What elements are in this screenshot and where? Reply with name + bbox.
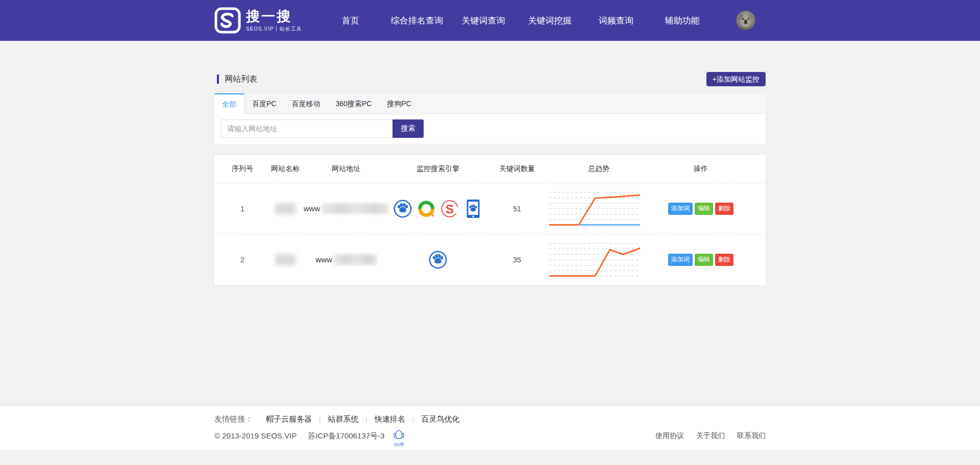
row-keyword-count: 51 (484, 205, 550, 213)
site-address-input[interactable] (220, 119, 393, 138)
row-keyword-count: 35 (484, 256, 550, 264)
terms-link[interactable]: 使用协议 (655, 431, 684, 440)
trend-mini-chart (549, 192, 640, 226)
logo-title: 搜一搜 (246, 9, 302, 24)
delete-button[interactable]: 删除 (715, 203, 733, 215)
col-header-actions: 操作 (647, 164, 766, 174)
nav-item-rank-query[interactable]: 综合排名查询 (384, 15, 450, 27)
row-site-address: www (300, 254, 392, 265)
site-table: 序列号 网站名称 网站地址 监控搜索引擎 关键词数量 总趋势 操作 1 www (214, 155, 766, 285)
friend-links-label: 友情链接： (214, 414, 253, 424)
filter-card: 全部 百度PC 百度移动 360搜索PC 搜狗PC 搜索 (214, 93, 766, 144)
add-word-button[interactable]: 添加词 (668, 254, 693, 266)
row-trend-chart (550, 192, 647, 226)
edit-button[interactable]: 编辑 (695, 254, 713, 266)
add-word-button[interactable]: 添加词 (668, 203, 693, 215)
main-nav: 首页 综合排名查询 关键词查询 关键词挖掘 词频查询 辅助功能 (317, 15, 716, 27)
friend-link-kuaisu[interactable]: 快速排名 (375, 414, 405, 424)
row-actions: 添加词 编辑 删除 (647, 254, 766, 266)
tab-baidu-pc[interactable]: 百度PC (244, 93, 284, 114)
nav-item-auxiliary[interactable]: 辅助功能 (649, 15, 716, 27)
delete-button[interactable]: 删除 (715, 254, 733, 266)
trend-mini-chart (549, 243, 640, 277)
sogou-icon: S (440, 200, 459, 218)
col-header-keyword-count: 关键词数量 (484, 164, 550, 174)
table-row: 2 www (214, 234, 766, 285)
top-navbar: 搜一搜 SEOS.VIP丨站长工具 首页 综合排名查询 关键词查询 关键词挖掘 … (0, 0, 980, 41)
blurred-site-name (275, 203, 296, 214)
separator: | (412, 415, 414, 423)
search-button[interactable]: 搜索 (393, 119, 424, 138)
svg-text:S: S (446, 202, 454, 215)
tab-sogou-pc[interactable]: 搜狗PC (379, 93, 419, 114)
col-header-seq: 序列号 (214, 164, 271, 174)
separator: | (365, 415, 367, 423)
page-footer: 友情链接： 帽子云服务器 | 站群系统 | 快速排名 | 百灵鸟优化 © 201… (0, 405, 980, 450)
copyright-text: © 2013-2019 SEOS.VIP (214, 431, 297, 440)
about-us-link[interactable]: 关于我们 (696, 431, 725, 440)
nav-item-home[interactable]: 首页 (317, 15, 384, 27)
blurred-address (333, 254, 377, 265)
logo-subtitle: SEOS.VIP丨站长工具 (246, 26, 302, 33)
page-title: 网站列表 (225, 74, 257, 85)
360-search-icon (417, 200, 435, 218)
nav-item-keyword-mining[interactable]: 关键词挖掘 (517, 15, 583, 27)
nav-item-word-frequency[interactable]: 词频查询 (583, 15, 649, 27)
baidu-mobile-icon (464, 200, 482, 218)
nav-item-keyword-query[interactable]: 关键词查询 (450, 15, 517, 27)
main-content: 网站列表 +添加网站监控 全部 百度PC 百度移动 360搜索PC 搜狗PC 搜… (0, 41, 980, 405)
search-bar: 搜索 (214, 114, 766, 144)
user-avatar[interactable] (736, 11, 755, 30)
edit-button[interactable]: 编辑 (695, 203, 713, 215)
row-engines: S (392, 200, 484, 218)
logo-s-icon (214, 7, 241, 34)
table-header-row: 序列号 网站名称 网站地址 监控搜索引擎 关键词数量 总趋势 操作 (214, 155, 766, 183)
site-logo[interactable]: 搜一搜 SEOS.VIP丨站长工具 (214, 7, 302, 34)
col-header-site-name: 网站名称 (271, 164, 300, 174)
engine-tabs: 全部 百度PC 百度移动 360搜索PC 搜狗PC (214, 93, 766, 114)
baidu-pc-icon (429, 251, 447, 269)
table-row: 1 www (214, 183, 766, 234)
row-actions: 添加词 编辑 删除 (647, 203, 766, 215)
row-trend-chart (550, 243, 647, 277)
icp-record-link[interactable]: 苏ICP备17006137号-3 (308, 431, 384, 441)
separator: | (319, 415, 321, 423)
col-header-engines: 监控搜索引擎 (392, 164, 484, 174)
friend-link-zhanqun[interactable]: 站群系统 (328, 414, 358, 424)
row-site-address: www (300, 203, 392, 214)
row-engines (392, 251, 484, 269)
avatar-image (736, 11, 755, 30)
qq-group-link[interactable]: QQ群 (393, 429, 405, 447)
row-seq: 1 (214, 205, 271, 213)
row-seq: 2 (214, 256, 271, 264)
blurred-site-name (275, 254, 296, 265)
title-accent-bar (217, 75, 219, 84)
col-header-site-address: 网站地址 (300, 164, 392, 174)
row-site-name (271, 254, 300, 265)
friend-link-maoziyun[interactable]: 帽子云服务器 (266, 414, 312, 424)
address-prefix: www (315, 255, 332, 264)
tab-all[interactable]: 全部 (214, 93, 244, 114)
col-header-trend: 总趋势 (550, 164, 647, 174)
baidu-pc-icon (394, 200, 412, 218)
qq-group-label: QQ群 (394, 442, 404, 447)
row-site-name (271, 203, 300, 214)
address-prefix: www (304, 204, 321, 213)
tab-360-pc[interactable]: 360搜索PC (328, 93, 379, 114)
add-site-monitor-button[interactable]: +添加网站监控 (706, 72, 766, 86)
friend-link-bailingniao[interactable]: 百灵鸟优化 (421, 414, 459, 424)
blurred-address (321, 203, 388, 214)
tab-baidu-mobile[interactable]: 百度移动 (284, 93, 328, 114)
qq-icon (393, 429, 405, 442)
contact-us-link[interactable]: 联系我们 (737, 431, 766, 440)
